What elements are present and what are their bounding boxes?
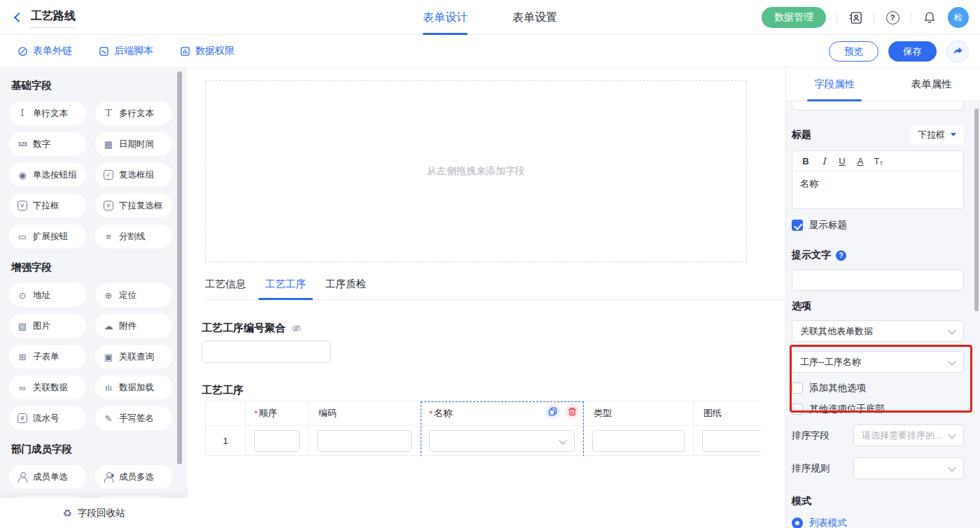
properties-panel: 字段属性 表单属性 标题 下拉框 B I U A T 名称 <box>785 68 980 528</box>
bold-button[interactable]: B <box>797 156 815 166</box>
contacts-book-icon[interactable] <box>848 10 863 25</box>
field-item-multi-line-text[interactable]: T多行文本 <box>95 101 172 125</box>
font-color-button[interactable]: A <box>851 156 869 166</box>
add-other-checkbox[interactable] <box>792 383 803 394</box>
field-item-radio-group[interactable]: ◉单选按钮组 <box>9 163 86 187</box>
preview-button[interactable]: 预览 <box>829 41 878 62</box>
field-item-serial-number[interactable]: #流水号 <box>9 406 86 430</box>
column-header-order[interactable]: *顺序 <box>246 401 309 425</box>
field-item-datetime[interactable]: ▦日期时间 <box>95 132 172 156</box>
option-field-value: 工序--工序名称 <box>800 356 861 369</box>
tab-step-inspection[interactable]: 工序质检 <box>326 278 366 299</box>
column-header-type[interactable]: 类型 <box>584 401 694 425</box>
cell-order <box>246 426 309 456</box>
field-item-label: 数字 <box>33 138 50 150</box>
delete-column-button[interactable] <box>565 404 580 419</box>
field-item-linked-data[interactable]: ∞关联数据 <box>9 376 86 399</box>
column-header-code[interactable]: 编码 <box>309 401 421 425</box>
drawing-input[interactable] <box>702 430 761 452</box>
field-item-image[interactable]: ▧图片 <box>9 314 86 338</box>
form-title[interactable]: 工艺路线 <box>31 9 76 28</box>
field-item-label: 复选框组 <box>119 169 154 181</box>
back-button[interactable] <box>11 10 25 24</box>
scrolled-input-partial[interactable] <box>792 101 964 110</box>
field-item-attachment[interactable]: ☁附件 <box>95 314 172 338</box>
field-item-member-multi[interactable]: 成员多选 <box>95 465 172 489</box>
column-header-drawing[interactable]: 图纸 <box>694 401 761 425</box>
field-type-dropdown[interactable]: 下拉框 <box>910 125 964 144</box>
tab-field-properties[interactable]: 字段属性 <box>786 68 883 101</box>
hint-input[interactable] <box>792 269 964 291</box>
data-manage-button[interactable]: 数据管理 <box>762 7 826 28</box>
field-item-label: 数据加载 <box>119 382 154 394</box>
field-item-address[interactable]: ⊙地址 <box>9 283 86 307</box>
permission-icon <box>180 46 190 57</box>
chevron-down-icon <box>559 436 566 444</box>
panel-scrollbar[interactable] <box>974 108 979 311</box>
save-button[interactable]: 保存 <box>888 41 937 62</box>
sort-field-row: 排序字段 请选择需要排序的... <box>792 424 964 446</box>
sort-rule-select[interactable] <box>853 457 964 479</box>
dropzone[interactable]: 从左侧拖拽来添加字段 <box>205 80 747 262</box>
option-source-select[interactable]: 关联其他表单数据 <box>792 320 964 342</box>
field-item-single-line-text[interactable]: I单行文本 <box>9 101 86 125</box>
field-recycle-bin[interactable]: ♻ 字段回收站 <box>0 498 188 528</box>
field-item-multi-select[interactable]: ˅下拉复选框 <box>95 194 172 217</box>
font-size-button[interactable]: T <box>869 156 888 166</box>
code-input[interactable] <box>317 430 412 452</box>
list-mode-radio[interactable] <box>792 518 803 528</box>
italic-button[interactable]: I <box>815 156 833 166</box>
field-item-member-single[interactable]: 成员单选 <box>9 465 86 489</box>
underline-button[interactable]: U <box>833 156 851 166</box>
aggregate-field-input[interactable] <box>202 341 331 363</box>
data-permission-link[interactable]: 数据权限 <box>180 45 234 57</box>
field-item-number[interactable]: 123数字 <box>9 132 86 156</box>
hint-section: 提示文字 ? <box>792 249 964 262</box>
user-avatar[interactable]: 检 <box>948 7 969 28</box>
cell-type <box>584 426 694 456</box>
hint-help-icon[interactable]: ? <box>836 250 846 261</box>
copy-column-button[interactable] <box>545 404 560 419</box>
chevron-down-icon <box>948 431 955 438</box>
table-row: 1 <box>206 426 761 456</box>
index-column-header <box>206 401 246 425</box>
backend-script-link[interactable]: 后端脚本 <box>99 45 153 57</box>
field-item-subform[interactable]: ⊞子表单 <box>9 345 86 369</box>
field-item-divider[interactable]: ≡分割线 <box>95 224 172 248</box>
form-designer-screen: 工艺路线 表单设计 表单设置 数据管理 ? <box>0 0 980 528</box>
sidebar-scrollbar[interactable] <box>177 71 182 464</box>
share-button[interactable] <box>946 41 969 63</box>
field-item-location[interactable]: ⊕定位 <box>95 283 172 307</box>
other-bottom-checkbox[interactable] <box>792 404 803 415</box>
list-mode-value: 列表模式 <box>809 517 847 528</box>
option-field-select[interactable]: 工序--工序名称 <box>792 351 964 373</box>
show-title-checkbox[interactable] <box>792 220 803 231</box>
form-external-link[interactable]: 表单外链 <box>18 45 72 57</box>
type-input[interactable] <box>592 430 685 452</box>
title-value[interactable]: 名称 <box>792 171 963 197</box>
tab-form-properties[interactable]: 表单属性 <box>883 68 980 101</box>
field-item-data-load[interactable]: ılı数据加载 <box>95 376 172 399</box>
calendar-icon: ▦ <box>103 138 114 150</box>
tab-process-info[interactable]: 工艺信息 <box>205 278 246 299</box>
tab-process-steps[interactable]: 工艺工序 <box>265 278 306 299</box>
field-item-checkbox-group[interactable]: ✓复选框组 <box>95 163 172 187</box>
field-item-signature[interactable]: ✎手写签名 <box>95 406 172 430</box>
field-item-select[interactable]: ˅下拉框 <box>9 194 86 217</box>
sort-field-label: 排序字段 <box>792 429 853 442</box>
aggregate-field[interactable]: 工艺工序编号聚合 <box>202 322 302 335</box>
help-icon[interactable]: ? <box>885 10 900 25</box>
tab-form-settings[interactable]: 表单设置 <box>512 0 557 35</box>
field-item-extend-button[interactable]: ▭扩展按钮 <box>9 224 86 248</box>
name-select[interactable] <box>429 430 575 452</box>
title-section: 标题 下拉框 <box>792 125 964 144</box>
tab-form-design[interactable]: 表单设计 <box>423 0 468 35</box>
required-mark: * <box>429 408 433 419</box>
notification-bell-icon[interactable] <box>922 10 937 25</box>
field-item-linked-query[interactable]: ▣关联查询 <box>95 345 172 369</box>
sort-field-placeholder: 请选择需要排序的... <box>862 429 942 442</box>
order-input[interactable] <box>254 430 300 452</box>
sort-field-select[interactable]: 请选择需要排序的... <box>853 424 964 446</box>
dropdown-multi-icon: ˅ <box>104 201 113 211</box>
toolbar-links: 表单外链 后端脚本 数据权限 <box>0 45 234 57</box>
